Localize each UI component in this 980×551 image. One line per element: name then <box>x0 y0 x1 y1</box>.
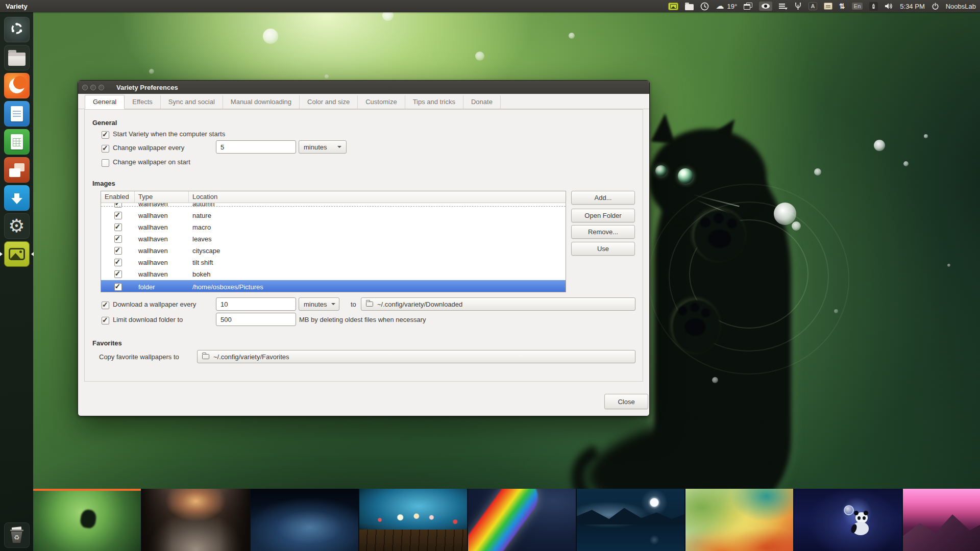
thumbnail-moon-lake[interactable] <box>577 489 684 551</box>
trident-tray-icon[interactable] <box>794 2 802 10</box>
language-indicator[interactable]: En <box>852 3 863 10</box>
limit-label: Limit download folder to <box>113 316 183 323</box>
close-button[interactable]: Close <box>604 394 648 409</box>
clock-tray-icon[interactable] <box>700 2 709 11</box>
thumbnail-watercolor-landscape[interactable] <box>685 489 793 551</box>
thumbnail-dusk-street[interactable] <box>142 489 250 551</box>
launcher-item-system-settings[interactable]: ⚙ <box>4 213 30 239</box>
tab-customize[interactable]: Customize <box>358 95 405 109</box>
table-row[interactable]: wallhaven bokeh <box>101 268 566 280</box>
temperature-indicator[interactable]: 19° <box>727 3 737 10</box>
use-button[interactable]: Use <box>571 242 635 256</box>
favorites-folder-chooser[interactable]: ~/.config/variety/Favorites <box>197 350 635 363</box>
add-button[interactable]: Add... <box>571 191 635 205</box>
row-enabled-checkbox[interactable] <box>114 235 122 243</box>
maximize-window-button[interactable] <box>99 85 104 90</box>
menu-indicator-icon[interactable] <box>779 4 788 10</box>
row-enabled-checkbox[interactable] <box>114 270 122 278</box>
tab-sync-and-social[interactable]: Sync and social <box>161 95 223 109</box>
launcher-item-software-downloader[interactable] <box>4 185 30 211</box>
tab-effects[interactable]: Effects <box>125 95 161 109</box>
change-on-start-checkbox[interactable] <box>102 159 109 167</box>
wallpaper-cat-paw <box>694 210 745 261</box>
keyboard-indicator-icon[interactable]: A <box>808 2 817 10</box>
download-interval-input[interactable] <box>216 297 296 311</box>
volume-icon[interactable] <box>885 3 893 10</box>
launcher-item-trash[interactable]: ♻ <box>4 522 30 548</box>
download-folder-chooser[interactable]: ~/.config/variety/Downloaded <box>361 297 635 311</box>
row-enabled-checkbox[interactable] <box>114 283 122 291</box>
thumbnail-green-cat[interactable] <box>33 489 141 551</box>
minimize-window-button[interactable] <box>90 85 96 90</box>
chevron-down-icon <box>337 146 341 148</box>
change-wallpaper-checkbox[interactable] <box>102 145 109 153</box>
autostart-checkbox[interactable] <box>102 131 109 139</box>
tab-manual-downloading[interactable]: Manual downloading <box>223 95 300 109</box>
table-row-selected[interactable]: folder /home/osboxes/Pictures <box>101 280 566 292</box>
favorites-label: Copy favorite wallpapers to <box>99 353 179 361</box>
eye-indicator-icon[interactable] <box>759 2 772 11</box>
firefox-icon <box>9 78 24 93</box>
launcher-item-libreoffice-calc[interactable] <box>4 129 30 155</box>
limit-size-input[interactable] <box>216 313 296 326</box>
change-interval-input[interactable] <box>216 140 296 154</box>
launcher-item-files[interactable] <box>4 45 30 70</box>
row-type: folder <box>135 283 189 291</box>
launcher-item-variety[interactable] <box>4 241 30 267</box>
battery-icon[interactable] <box>869 2 878 11</box>
tab-donate[interactable]: Donate <box>463 95 501 109</box>
bokeh-dot <box>792 221 801 231</box>
table-row[interactable]: wallhaven nature <box>101 210 566 221</box>
download-interval-unit-dropdown[interactable]: minutes <box>299 297 339 311</box>
table-row[interactable]: wallhaven autumn <box>101 203 566 210</box>
tab-color-and-size[interactable]: Color and size <box>300 95 358 109</box>
power-session-icon[interactable] <box>932 3 939 10</box>
window-buttons <box>82 85 104 90</box>
open-folder-button[interactable]: Open Folder <box>571 209 635 222</box>
system-tray: ☁ 19° A ⇅ En 5:34 PM NoobsLab <box>668 2 976 11</box>
notes-tray-icon[interactable] <box>824 3 832 10</box>
updown-arrows-icon[interactable]: ⇅ <box>839 2 845 10</box>
thumbnail-rainbow-ribbon[interactable] <box>468 489 576 551</box>
table-row[interactable]: wallhaven macro <box>101 221 566 233</box>
table-row[interactable]: wallhaven tilt shift <box>101 257 566 268</box>
image-sources-table[interactable]: Enabled Type Location wallhaven autumn w… <box>101 191 566 292</box>
row-enabled-checkbox[interactable] <box>114 212 122 219</box>
column-type[interactable]: Type <box>135 191 189 203</box>
change-interval-unit-dropdown[interactable]: minutes <box>299 140 347 154</box>
running-indicator-arrow <box>0 252 3 256</box>
weather-cloud-icon[interactable]: ☁ <box>716 2 724 10</box>
thumbnail-night-city[interactable] <box>251 489 358 551</box>
thumbnail-bokeh-pier[interactable] <box>359 489 467 551</box>
launcher-item-ubuntu-dash[interactable] <box>4 17 30 42</box>
clock-time[interactable]: 5:34 PM <box>900 3 924 10</box>
thumbnail-pink-mountains[interactable] <box>903 489 980 551</box>
column-location[interactable]: Location <box>189 191 566 203</box>
tab-general[interactable]: General <box>85 95 125 109</box>
row-enabled-checkbox[interactable] <box>114 247 122 255</box>
variety-photo-icon <box>9 248 25 260</box>
row-enabled-checkbox[interactable] <box>114 223 122 231</box>
launcher-item-libreoffice-impress[interactable] <box>4 157 30 183</box>
variety-tray-icon[interactable] <box>668 3 678 10</box>
row-type: wallhaven <box>135 259 189 266</box>
download-checkbox[interactable] <box>102 302 109 309</box>
window-titlebar[interactable]: Variety Preferences <box>78 81 649 94</box>
thumbnail-panda[interactable] <box>794 489 902 551</box>
windows-tray-icon[interactable] <box>744 3 752 10</box>
app-menu-variety[interactable]: Variety <box>4 3 29 10</box>
remove-button[interactable]: Remove... <box>571 225 635 239</box>
session-user-label[interactable]: NoobsLab <box>946 3 976 10</box>
launcher-item-libreoffice-writer[interactable] <box>4 101 30 127</box>
row-enabled-checkbox[interactable] <box>114 203 122 208</box>
top-panel: Variety ☁ 19° A ⇅ En 5:34 <box>0 0 980 12</box>
close-window-button[interactable] <box>82 85 88 90</box>
launcher-item-firefox[interactable] <box>4 73 30 98</box>
folder-tray-icon[interactable] <box>685 4 694 10</box>
limit-checkbox[interactable] <box>102 317 109 324</box>
column-enabled[interactable]: Enabled <box>101 191 135 203</box>
table-row[interactable]: wallhaven leaves <box>101 233 566 245</box>
row-enabled-checkbox[interactable] <box>114 259 122 266</box>
table-row[interactable]: wallhaven cityscape <box>101 245 566 257</box>
tab-tips-and-tricks[interactable]: Tips and tricks <box>405 95 463 109</box>
